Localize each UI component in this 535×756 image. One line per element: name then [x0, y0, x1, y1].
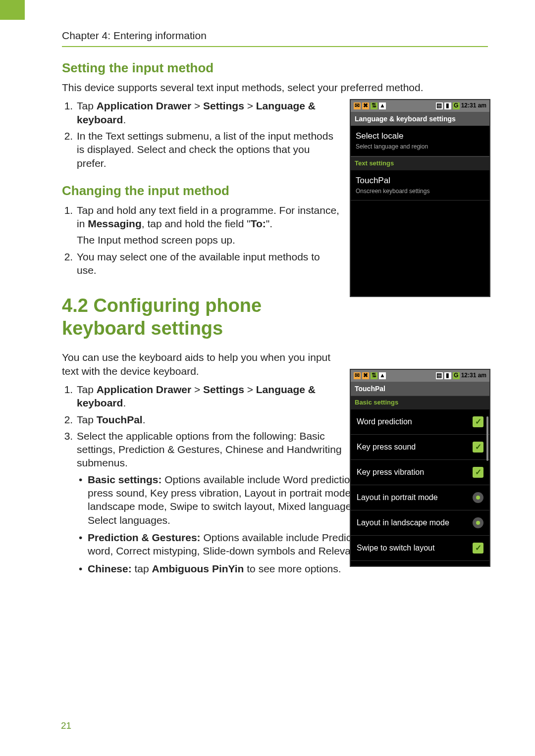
battery-icon: ▤: [436, 372, 443, 379]
checkbox-icon[interactable]: ✓: [473, 543, 483, 554]
sync-icon: ⇅: [371, 372, 377, 379]
message-icon: ✖: [362, 372, 369, 379]
radio-selector-icon[interactable]: [473, 517, 483, 528]
message-icon: ✉: [354, 372, 361, 379]
screenshot-touchpal-settings: ✉ ✖ ⇅ ▲ ▤ ▮ G 12:31 am TouchPal Basic se…: [350, 369, 490, 567]
configuring-intro: You can use the keyboard aids to help yo…: [62, 351, 342, 378]
warning-icon: ▲: [379, 102, 386, 109]
setting-row-word-prediction[interactable]: Word prediction✓: [351, 409, 489, 435]
setting-row-label: Swipe to switch layout: [357, 543, 434, 554]
radio-selector-icon[interactable]: [473, 492, 483, 503]
section-text-settings: Text settings: [351, 156, 489, 170]
setting-row-label: Key press sound: [357, 442, 416, 453]
battery-icon: ▤: [436, 102, 443, 109]
item-touchpal[interactable]: TouchPal Onscreen keyboard settings: [351, 170, 489, 201]
item-select-locale[interactable]: Select locale Select language and region: [351, 126, 489, 156]
setting-row-label: Key press vibration: [357, 467, 424, 478]
configuring-step-2: Tap TouchPal.: [76, 413, 342, 426]
setting-row-swipe-to-switch-layout[interactable]: Swipe to switch layout✓: [351, 536, 489, 561]
status-time: 12:31 am: [461, 372, 486, 380]
configuring-steps-list: Tap Application Drawer > Settings > Lang…: [62, 383, 342, 575]
heading-setting-input-method: Setting the input method: [62, 60, 488, 77]
configuring-step-3: Select the applicable options from the f…: [76, 429, 342, 575]
screen-title: TouchPal: [351, 382, 489, 396]
setting-steps-list: Tap Application Drawer > Settings > Lang…: [62, 99, 342, 169]
checkbox-icon[interactable]: ✓: [473, 416, 483, 427]
page-number: 21: [61, 720, 71, 732]
screenshot-language-keyboard-settings: ✉ ✖ ⇅ ▲ ▤ ▮ G 12:31 am Language & keyboa…: [350, 99, 490, 297]
checkbox-icon[interactable]: ✓: [473, 442, 483, 453]
setting-row-label: Word prediction: [357, 417, 412, 427]
chapter-header: Chapter 4: Entering information: [62, 29, 488, 42]
setting-step-1: Tap Application Drawer > Settings > Lang…: [76, 99, 342, 126]
signal-icon: ▮: [444, 372, 451, 379]
network-icon: G: [453, 102, 460, 109]
checkbox-icon[interactable]: ✓: [473, 467, 483, 478]
setting-row-label: Layout in landscape mode: [357, 518, 449, 528]
setting-row-key-press-sound[interactable]: Key press sound✓: [351, 435, 489, 460]
bullet-chinese: Chinese: tap Ambiguous PinYin to see mor…: [88, 562, 365, 575]
sync-icon: ⇅: [371, 102, 377, 109]
network-icon: G: [453, 372, 460, 379]
changing-step-1: Tap and hold any text field in a program…: [76, 203, 342, 247]
heading-changing-input-method: Changing the input method: [62, 183, 342, 200]
changing-steps-list: Tap and hold any text field in a program…: [62, 203, 342, 277]
message-icon: ✉: [354, 102, 361, 109]
status-bar: ✉ ✖ ⇅ ▲ ▤ ▮ G 12:31 am: [351, 100, 489, 112]
status-bar: ✉ ✖ ⇅ ▲ ▤ ▮ G 12:31 am: [351, 370, 489, 382]
setting-row-key-press-vibration[interactable]: Key press vibration✓: [351, 460, 489, 485]
header-divider: [62, 46, 488, 47]
status-time: 12:31 am: [461, 102, 486, 110]
signal-icon: ▮: [444, 102, 451, 109]
setting-row-layout-in-landscape-mode[interactable]: Layout in landscape mode: [351, 510, 489, 536]
changing-step-2: You may select one of the available inpu…: [76, 250, 342, 277]
heading-configuring-keyboard: 4.2 Configuring phone keyboard settings: [62, 295, 342, 340]
message-icon: ✖: [362, 102, 369, 109]
scrollbar[interactable]: [486, 416, 488, 461]
section-basic-settings: Basic settings: [351, 396, 489, 409]
side-tab-marker: [0, 0, 25, 20]
setting-row-label: Layout in portrait mode: [357, 493, 438, 503]
setting-step-2: In the Text settings submenu, a list of …: [76, 129, 342, 170]
setting-row-layout-in-portrait-mode[interactable]: Layout in portrait mode: [351, 485, 489, 510]
setting-intro: This device supports several text input …: [62, 81, 443, 94]
screen-title: Language & keyboard settings: [351, 112, 489, 126]
configuring-step-1: Tap Application Drawer > Settings > Lang…: [76, 383, 342, 410]
warning-icon: ▲: [379, 372, 386, 379]
